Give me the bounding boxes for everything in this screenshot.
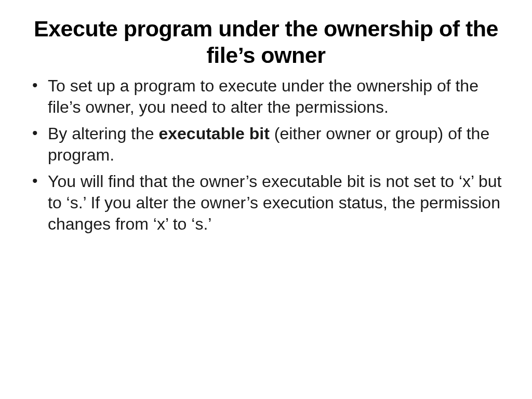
list-item: By altering the executable bit (either o… — [26, 123, 506, 166]
bullet-text-pre: To set up a program to execute under the… — [48, 76, 478, 116]
bullet-text-bold: executable bit — [158, 124, 269, 143]
slide-title: Execute program under the ownership of t… — [26, 16, 506, 68]
bullet-list: To set up a program to execute under the… — [26, 75, 506, 235]
bullet-text-pre: You will find that the owner’s executabl… — [48, 172, 501, 233]
list-item: To set up a program to execute under the… — [26, 75, 506, 118]
list-item: You will find that the owner’s executabl… — [26, 171, 506, 235]
bullet-text-pre: By altering the — [48, 124, 158, 143]
